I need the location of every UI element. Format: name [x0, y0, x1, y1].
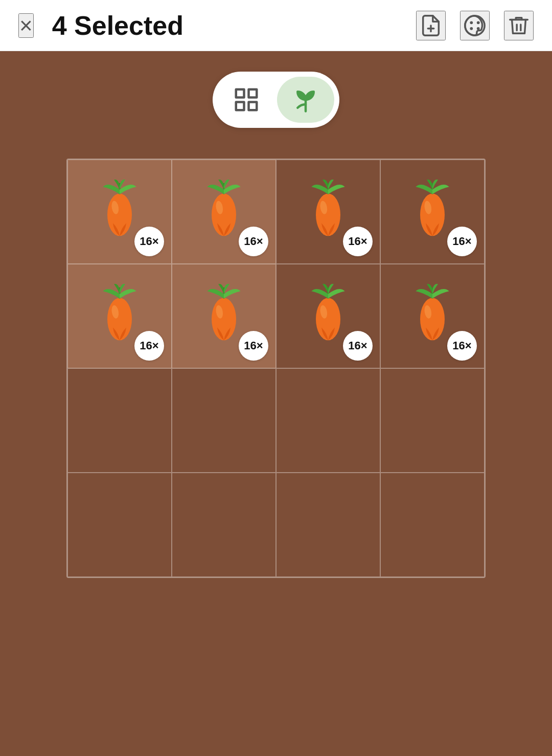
count-badge: 16×: [447, 227, 477, 256]
svg-point-3: [470, 21, 473, 24]
svg-rect-8: [249, 90, 257, 98]
svg-point-11: [107, 193, 132, 236]
count-badge: 16×: [239, 227, 268, 256]
main-content: 16× 16× 16×: [0, 51, 552, 756]
count-badge: 16×: [239, 331, 268, 361]
garden-grid-wrapper: 16× 16× 16×: [66, 159, 486, 578]
header: × 4 Selected: [0, 0, 552, 51]
grid-cell[interactable]: 16×: [172, 160, 276, 264]
new-page-button[interactable]: [416, 11, 446, 40]
count-badge: 16×: [343, 227, 373, 256]
grid-view-toggle[interactable]: [218, 77, 275, 123]
svg-rect-10: [249, 102, 257, 110]
svg-point-20: [420, 193, 445, 236]
close-button[interactable]: ×: [18, 13, 34, 38]
svg-point-5: [470, 27, 473, 30]
grid-cell[interactable]: 16×: [276, 264, 380, 368]
header-actions: [416, 11, 534, 40]
count-badge: 16×: [134, 331, 164, 361]
grid-icon: [233, 86, 260, 114]
sprout-icon: [292, 86, 319, 114]
grid-cell[interactable]: [276, 473, 380, 577]
grid-cell[interactable]: [67, 368, 172, 473]
plant-view-toggle[interactable]: [277, 77, 334, 123]
grid-cell[interactable]: [380, 368, 485, 473]
grid-cell[interactable]: 16×: [276, 160, 380, 264]
svg-point-14: [212, 193, 236, 236]
palette-button[interactable]: [460, 11, 490, 40]
palette-icon: [463, 14, 487, 37]
trash-button[interactable]: [504, 11, 534, 40]
svg-point-6: [477, 27, 480, 30]
page-title: 4 Selected: [52, 10, 416, 41]
garden-grid: 16× 16× 16×: [67, 160, 485, 577]
grid-cell[interactable]: 16×: [380, 160, 485, 264]
svg-point-23: [107, 298, 132, 340]
svg-rect-9: [236, 102, 244, 110]
grid-cell[interactable]: 16×: [380, 264, 485, 368]
svg-point-29: [316, 298, 340, 340]
count-badge: 16×: [343, 331, 373, 361]
grid-cell[interactable]: [67, 473, 172, 577]
new-page-icon: [419, 14, 443, 37]
svg-point-17: [316, 193, 340, 236]
svg-point-4: [477, 21, 480, 24]
count-badge: 16×: [447, 331, 477, 361]
grid-cell[interactable]: [380, 473, 485, 577]
svg-point-32: [420, 298, 445, 340]
grid-cell[interactable]: 16×: [67, 264, 172, 368]
count-badge: 16×: [134, 227, 164, 256]
grid-cell[interactable]: 16×: [67, 160, 172, 264]
grid-cell[interactable]: 16×: [172, 264, 276, 368]
grid-cell[interactable]: [276, 368, 380, 473]
trash-icon: [507, 14, 531, 37]
grid-cell[interactable]: [172, 473, 276, 577]
svg-rect-7: [236, 90, 244, 98]
grid-cell[interactable]: [172, 368, 276, 473]
view-toggle[interactable]: [213, 72, 339, 128]
svg-point-26: [212, 298, 236, 340]
